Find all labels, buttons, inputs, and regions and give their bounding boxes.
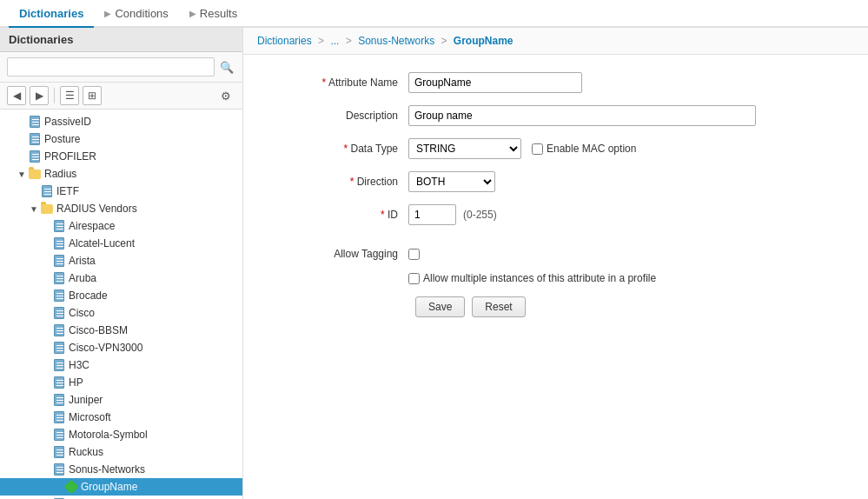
tree-item-microsoft[interactable]: Microsoft [0, 409, 242, 426]
tree-item-groupname[interactable]: GroupName [0, 478, 242, 496]
tree-item-label: HP [69, 376, 83, 389]
breadcrumb-current: GroupName [454, 35, 514, 47]
breadcrumb-sonus-networks[interactable]: Sonus-Networks [358, 35, 434, 47]
description-label: Description [269, 110, 408, 122]
required-star2: * [344, 143, 351, 155]
tree-item-cisco[interactable]: Cisco [0, 304, 242, 322]
tree-item-label: RADIUS Vendors [56, 203, 137, 215]
tree-item-ietf[interactable]: IETF [0, 183, 242, 200]
expand-arrow [52, 481, 64, 493]
tree-item-airespace[interactable]: Airespace [0, 217, 242, 235]
search-input[interactable] [7, 57, 215, 77]
book-icon [52, 306, 66, 320]
save-button[interactable]: Save [415, 296, 465, 317]
detail-view-button[interactable]: ⊞ [83, 86, 102, 105]
tree-item-posture[interactable]: Posture [0, 130, 242, 148]
right-panel: Dictionaries > ... > Sonus-Networks > Gr… [243, 28, 868, 499]
expand-arrow [40, 324, 52, 336]
tree-item-label: Cisco-BBSM [69, 324, 128, 336]
tree-item-radius-vendors[interactable]: ▼ RADIUS Vendors [0, 200, 242, 217]
expand-arrow[interactable]: ▼ [16, 168, 28, 180]
tree-item-aruba[interactable]: Aruba [0, 269, 242, 287]
back-button[interactable]: ◀ [7, 86, 26, 105]
enable-mac-text: Enable MAC option [547, 143, 636, 155]
direction-select[interactable]: BOTH IN OUT [408, 171, 495, 192]
tree-item-arista[interactable]: Arista [0, 252, 242, 269]
button-row: Save Reset [269, 296, 842, 317]
nav-conditions[interactable]: ▶ Conditions [94, 0, 178, 27]
save-label: Save [428, 301, 452, 313]
expand-arrow[interactable]: ▼ [28, 203, 40, 215]
book-icon [52, 219, 66, 233]
sidebar-title: Dictionaries [9, 33, 73, 46]
tree-item-cisco-vpn3000[interactable]: Cisco-VPN3000 [0, 339, 242, 356]
main-layout: Dictionaries 🔍 ◀ ▶ ☰ ⊞ ⚙ PassiveID Postu… [0, 28, 868, 499]
breadcrumb-dictionaries[interactable]: Dictionaries [257, 35, 312, 47]
description-row: Description [269, 105, 842, 126]
expand-arrow [40, 220, 52, 232]
book-icon [52, 376, 66, 389]
tree-item-label: Sonus-Networks [69, 463, 145, 476]
allow-tagging-checkbox[interactable] [408, 249, 420, 260]
tree-item-label: Radius [44, 168, 76, 180]
tree-item-motorola-symbol[interactable]: Motorola-Symbol [0, 426, 242, 443]
sidebar: Dictionaries 🔍 ◀ ▶ ☰ ⊞ ⚙ PassiveID Postu… [0, 28, 243, 499]
book-icon [52, 428, 66, 442]
expand-arrow [40, 272, 52, 284]
required-star: * [322, 77, 328, 89]
tree-item-brocade[interactable]: Brocade [0, 287, 242, 304]
nav-conditions-label: Conditions [115, 7, 168, 20]
tree-item-passiveid[interactable]: PassiveID [0, 113, 242, 130]
allow-multiple-checkbox[interactable] [408, 273, 420, 284]
nav-results[interactable]: ▶ Results [179, 0, 248, 27]
tree-item-hp[interactable]: HP [0, 374, 242, 391]
book-icon [28, 150, 42, 163]
tree-item-wispr[interactable]: WISPr [0, 496, 242, 499]
attribute-name-input[interactable] [408, 72, 582, 93]
list-view-button[interactable]: ☰ [60, 86, 79, 105]
attribute-name-row: * Attribute Name [269, 72, 842, 93]
expand-arrow [40, 237, 52, 250]
nav-dictionaries[interactable]: Dictionaries [9, 0, 94, 28]
breadcrumb-ellipsis[interactable]: ... [330, 35, 339, 47]
enable-mac-checkbox[interactable] [532, 143, 543, 155]
settings-button[interactable]: ⚙ [216, 86, 235, 105]
tree-item-label: Posture [44, 133, 80, 145]
book-icon [28, 132, 42, 146]
expand-arrow [16, 150, 28, 163]
reset-label: Reset [485, 301, 512, 313]
tree-item-cisco-bbsm[interactable]: Cisco-BBSM [0, 322, 242, 339]
book-icon [52, 358, 66, 372]
tree-item-label: Juniper [69, 394, 103, 406]
data-type-select[interactable]: STRING INTEGER BOOLEAN FLOAT IPV4 IPV6 D… [408, 138, 521, 159]
tree-item-radius[interactable]: ▼ Radius [0, 165, 242, 183]
tree-item-label: IETF [56, 185, 79, 197]
tree-item-h3c[interactable]: H3C [0, 356, 242, 374]
description-input[interactable] [408, 105, 756, 126]
nav-dictionaries-label: Dictionaries [19, 7, 83, 20]
data-type-row: * Data Type STRING INTEGER BOOLEAN FLOAT… [269, 138, 842, 159]
data-type-label: * Data Type [269, 143, 408, 155]
tree-item-label: Arista [69, 255, 96, 267]
tree-item-sonus-networks[interactable]: Sonus-Networks [0, 461, 242, 478]
id-label: * ID [269, 209, 408, 221]
tree-item-juniper[interactable]: Juniper [0, 391, 242, 409]
tree-item-profiler[interactable]: PROFILER [0, 148, 242, 165]
forward-button[interactable]: ▶ [30, 86, 49, 105]
expand-arrow [40, 411, 52, 423]
reset-button[interactable]: Reset [472, 296, 525, 317]
expand-arrow [40, 446, 52, 458]
tree-item-alcatel-lucent[interactable]: Alcatel-Lucent [0, 235, 242, 252]
sidebar-search-bar: 🔍 [0, 52, 242, 83]
expand-arrow [40, 289, 52, 302]
search-button[interactable]: 🔍 [218, 58, 235, 76]
book-icon [52, 393, 66, 407]
expand-arrow [16, 116, 28, 128]
id-input[interactable] [408, 204, 456, 225]
tree-item-label: Aruba [69, 272, 96, 284]
tree-item-ruckus[interactable]: Ruckus [0, 443, 242, 461]
folder-icon [28, 167, 42, 181]
book-icon [52, 410, 66, 424]
book-icon [52, 445, 66, 459]
tree-item-label: Brocade [69, 289, 108, 302]
